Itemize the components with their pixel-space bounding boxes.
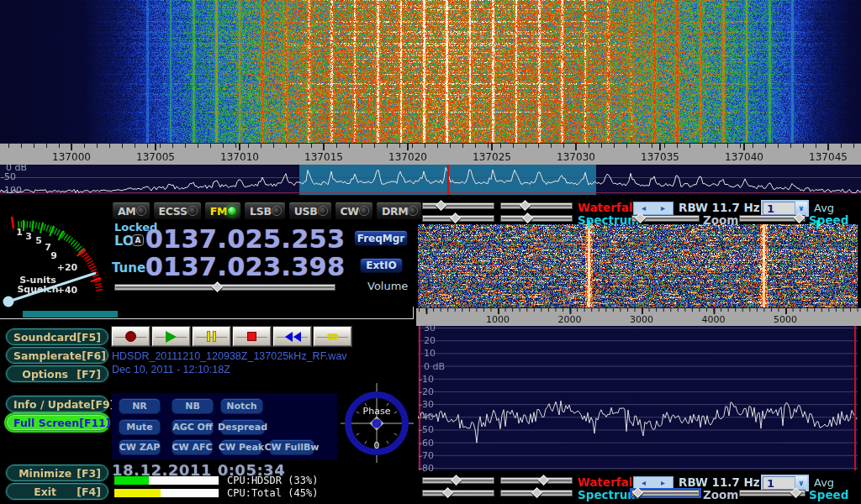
waterfall-upper-limit-slider[interactable]: [422, 202, 494, 209]
average-combo[interactable]: 1 ∨: [761, 475, 809, 491]
sidebar-button-full-screen[interactable]: Full Screen[F11]: [6, 414, 108, 431]
lo-marker[interactable]: [816, 220, 819, 228]
db-tick-label: -40: [419, 412, 434, 423]
sidebar-button-soundcard[interactable]: Soundcard[F5]: [6, 328, 108, 345]
zoom-slider[interactable]: [631, 490, 700, 496]
scroll-right-icon[interactable]: ▸: [661, 479, 665, 487]
slider-thumb[interactable]: [531, 487, 542, 498]
frequency-tick-label: 2000: [558, 314, 582, 325]
db-tick-label: -30: [419, 399, 434, 410]
tune-frequency-display[interactable]: 0137.023.398: [145, 255, 346, 280]
speed-slider[interactable]: [739, 490, 806, 496]
rewind-button[interactable]: [273, 327, 311, 346]
side-button-fkey: [F4]: [77, 486, 101, 498]
zoomed-frequency-scale[interactable]: 10002000300040005000: [416, 307, 861, 326]
frequency-tick-label: 137040: [725, 151, 763, 163]
zoomed-spectrum-display[interactable]: [418, 326, 858, 470]
spectrum-lower-limit-slider[interactable]: [500, 490, 573, 496]
slider-thumb[interactable]: [790, 487, 801, 498]
lo-auto-badge[interactable]: A: [132, 234, 144, 246]
squelch-level-bar[interactable]: [23, 311, 118, 318]
play-button[interactable]: [152, 327, 190, 346]
side-button-fkey: [F5]: [77, 331, 101, 344]
spectrum-upper-limit-slider[interactable]: [422, 490, 494, 496]
db-tick-label: -80: [419, 463, 434, 474]
combo-dropdown-icon[interactable]: ∨: [795, 202, 807, 215]
sidebar-button-exit[interactable]: Exit[F4]: [6, 483, 108, 500]
waterfall-lower-limit-slider[interactable]: [500, 477, 573, 484]
volume-slider[interactable]: [114, 284, 335, 291]
slider-thumb[interactable]: [632, 487, 643, 498]
mode-button-am[interactable]: AM: [112, 202, 151, 220]
dsp-button-mute[interactable]: Mute: [119, 419, 161, 435]
pause-button[interactable]: [193, 327, 230, 346]
slider-thumb[interactable]: [436, 200, 446, 211]
extio-button[interactable]: ExtIO: [360, 258, 403, 273]
slider-thumb[interactable]: [451, 475, 462, 486]
dsp-button-cw-peak[interactable]: CW Peak: [220, 439, 262, 455]
dsp-button-agc-off[interactable]: AGC Off: [172, 419, 214, 435]
mode-button-usb[interactable]: USB: [288, 202, 332, 220]
frequency-tick-label: 137045: [809, 151, 848, 163]
main-spectrum-display[interactable]: [0, 165, 861, 195]
mode-button-ecss[interactable]: ECSS: [153, 202, 202, 220]
frequency-tick-label: 1000: [486, 314, 510, 325]
side-button-fkey: [F3]: [77, 467, 101, 480]
s-meter[interactable]: [0, 214, 109, 323]
sidebar-button-options[interactable]: Options[F7]: [6, 365, 108, 382]
spectrum-lower-limit-slider[interactable]: [500, 215, 573, 222]
sidebar-button-samplerate[interactable]: Samplerate[F6]: [6, 347, 108, 364]
spectrum-upper-limit-slider[interactable]: [422, 215, 494, 222]
side-button-label: Options: [13, 368, 77, 381]
right-top-control-bar: Waterfall ◂ ▸ RBW 11.7 Hz 1 ∨ Avg Spectr…: [416, 200, 861, 226]
lo-frequency-display[interactable]: 0137.025.253: [145, 227, 346, 252]
panel-divider: [0, 318, 414, 319]
record-button[interactable]: [112, 327, 150, 346]
slider-thumb[interactable]: [520, 200, 531, 211]
waterfall-upper-limit-slider[interactable]: [422, 477, 494, 484]
slider-thumb[interactable]: [538, 475, 549, 486]
stop-button[interactable]: [233, 327, 271, 346]
dsp-button-notch[interactable]: Notch: [220, 398, 263, 414]
rbw-readout: RBW 11.7 Hz: [679, 475, 760, 489]
frequency-tick-label: 137005: [136, 151, 175, 163]
volume-slider-thumb[interactable]: [213, 281, 224, 292]
side-button-label: Soundcard: [13, 331, 77, 344]
speed-slider[interactable]: [739, 215, 806, 222]
mode-button-lsb[interactable]: LSB: [244, 202, 286, 220]
scroll-left-icon[interactable]: ◂: [642, 204, 646, 213]
slider-thumb[interactable]: [794, 213, 805, 223]
main-waterfall-display[interactable]: [0, 0, 861, 143]
mode-button-cw[interactable]: CW: [335, 202, 373, 220]
tune-marker[interactable]: [588, 220, 590, 228]
dsp-button-nb[interactable]: NB: [172, 398, 214, 414]
scroll-left-icon[interactable]: ◂: [642, 479, 646, 487]
dsp-button-cw-fullbw[interactable]: CW FullBw: [269, 439, 314, 455]
main-frequency-scale[interactable]: 1370001370051370101370151370201370251370…: [0, 143, 861, 165]
dsp-button-cw-zap[interactable]: CW ZAP: [119, 439, 161, 455]
freqmgr-button[interactable]: FreqMgr: [354, 230, 408, 246]
zoom-slider[interactable]: [631, 215, 700, 222]
sidebar-button-minimize[interactable]: Minimize[F3]: [6, 465, 108, 481]
volume-label: Volume: [367, 280, 408, 292]
average-combo[interactable]: 1 ∨: [761, 200, 809, 217]
zoomed-waterfall-display[interactable]: [418, 224, 858, 307]
slider-thumb[interactable]: [635, 213, 646, 223]
db-tick-label: -10: [419, 374, 434, 385]
slider-thumb[interactable]: [522, 213, 533, 223]
db-tick-label: -100: [1, 185, 22, 196]
mode-button-fm[interactable]: FM: [204, 202, 241, 220]
sidebar-button-info-update[interactable]: Info / Update[F9]: [6, 396, 108, 412]
dsp-button-nr[interactable]: NR: [119, 398, 161, 414]
scroll-right-icon[interactable]: ▸: [661, 204, 665, 213]
dsp-button-cw-afc[interactable]: CW AFC: [172, 439, 213, 455]
transport-controls: [112, 327, 351, 346]
waterfall-lower-limit-slider[interactable]: [500, 202, 573, 209]
dsp-button-despread[interactable]: Despread: [220, 419, 265, 435]
slider-thumb[interactable]: [442, 487, 453, 498]
loop-button[interactable]: [314, 327, 351, 346]
frequency-tick-label: 137020: [388, 151, 427, 163]
frequency-tick-label: 4000: [702, 314, 726, 325]
slider-thumb[interactable]: [450, 213, 461, 223]
phase-indicator[interactable]: [340, 380, 415, 464]
